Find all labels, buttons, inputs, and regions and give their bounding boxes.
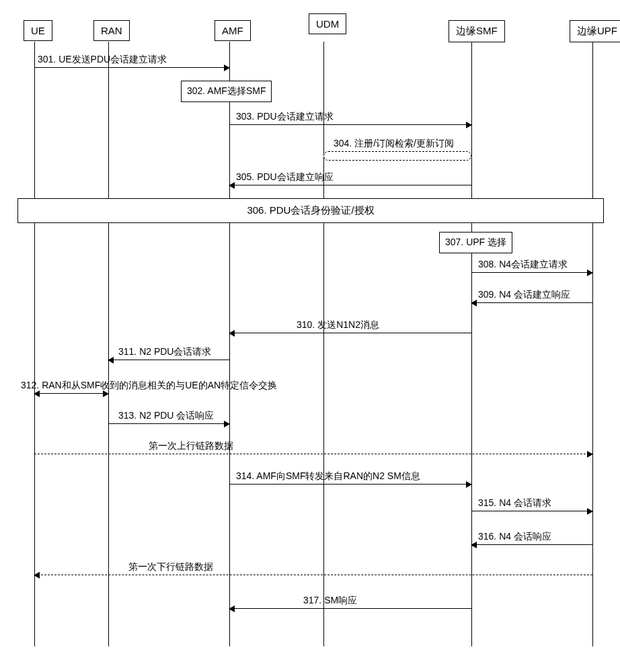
arrow-314 [229,484,471,485]
arrow-301 [34,67,229,68]
label-312: 312. RAN和从SMF收到的消息相关的与UE的AN特定信令交换 [21,380,277,392]
label-downlink: 第一次下行链路数据 [128,561,213,573]
lifeline-upf [592,42,593,646]
label-uplink: 第一次上行链路数据 [149,440,233,452]
box-302: 302. AMF选择SMF [181,81,272,102]
arrow-303 [229,124,471,125]
arrow-313 [108,423,229,424]
label-309: 309. N4 会话建立响应 [478,289,570,301]
arrow-308 [471,272,592,273]
arrow-315 [471,511,592,511]
label-305: 305. PDU会话建立响应 [236,171,334,183]
label-316: 316. N4 会话响应 [478,531,551,543]
arrow-311 [108,360,229,360]
lifeline-smf [471,42,472,646]
label-303: 303. PDU会话建立请求 [236,111,334,123]
label-313: 313. N2 PDU 会话响应 [118,410,214,422]
lifeline-ue [34,42,35,646]
label-304: 304. 注册/订阅检索/更新订阅 [334,138,454,150]
lifeline-amf [229,42,230,646]
participant-upf: 边缘UPF [570,20,620,42]
label-317: 317. SM响应 [303,595,357,607]
arrow-downlink [34,575,592,575]
oval-304 [323,151,471,161]
label-311: 311. N2 PDU会话请求 [118,346,211,358]
arrow-317 [229,608,471,609]
lifeline-ran [108,42,109,646]
participant-ue: UE [24,20,52,41]
arrow-305 [229,185,471,185]
arrow-310 [229,333,471,333]
arrow-312 [34,393,108,394]
label-301: 301. UE发送PDU会话建立请求 [38,54,167,66]
participant-amf: AMF [215,20,251,41]
participant-udm: UDM [309,13,346,34]
participant-ran: RAN [93,20,130,41]
arrow-316 [471,544,592,545]
arrow-309 [471,302,592,303]
arrow-uplink [34,454,592,454]
label-315: 315. N4 会话请求 [478,497,551,509]
label-310: 310. 发送N1N2消息 [297,319,379,331]
sequence-diagram: UE RAN AMF UDM 边缘SMF 边缘UPF 301. UE发送PDU会… [14,13,606,659]
participant-smf: 边缘SMF [449,20,505,42]
lifeline-udm [323,42,324,646]
label-308: 308. N4会话建立请求 [478,259,568,271]
box-307: 307. UPF 选择 [439,232,512,253]
box-306: 306. PDU会话身份验证/授权 [17,198,604,223]
label-314: 314. AMF向SMF转发来自RAN的N2 SM信息 [236,470,420,482]
